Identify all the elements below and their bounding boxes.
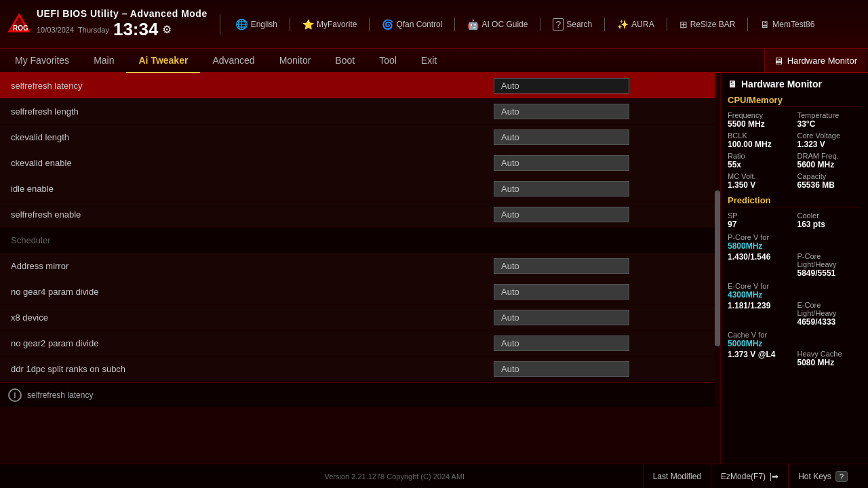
value-box: Auto: [494, 336, 629, 351]
resizebar-icon: ⊞: [679, 19, 688, 30]
nav-aioc-label: AI OC Guide: [481, 20, 528, 29]
value-box: Auto: [494, 78, 629, 94]
rog-logo-icon: ROG: [7, 12, 31, 37]
tabbar: My Favorites Main Ai Tweaker Advanced Mo…: [0, 49, 868, 73]
version-text: Version 2.21.1278 Copyright (C) 2024 AMI: [146, 472, 643, 481]
tab-advanced[interactable]: Advanced: [200, 49, 267, 73]
table-row[interactable]: ckevalid enable Auto: [0, 150, 715, 176]
table-row[interactable]: selfrefresh latency Auto: [0, 73, 715, 99]
ratio-block: Ratio 55x: [728, 152, 792, 169]
nav-qfan-label: Qfan Control: [396, 20, 442, 29]
question-icon: ?: [553, 18, 564, 30]
panel-title: 🖥 Hardware Monitor: [728, 79, 861, 89]
mc-volt-block: MC Volt. 1.350 V: [728, 172, 792, 190]
cache-v-value: 1.373 V @L4: [728, 350, 792, 359]
value-box: Auto: [494, 258, 629, 274]
cpu-memory-grid: Frequency 5500 MHz Temperature 33°C BCLK…: [728, 111, 861, 190]
cooler-block: Cooler 163 pts: [797, 211, 862, 229]
prediction-section: Prediction: [728, 195, 861, 207]
bclk-block: BCLK 100.00 MHz: [728, 131, 792, 149]
last-modified-button[interactable]: Last Modified: [643, 464, 711, 489]
row-value: Auto: [494, 129, 704, 145]
cache-v-val-block: 1.373 V @L4: [728, 350, 792, 367]
tab-myfavorites-label: My Favorites: [15, 55, 69, 66]
nav-search[interactable]: ? Search: [550, 17, 595, 32]
panel-title-label: Hardware Monitor: [741, 79, 822, 89]
tab-exit[interactable]: Exit: [409, 49, 449, 73]
nav-english[interactable]: 🌐 English: [233, 17, 280, 32]
monitor-icon: 🖥: [728, 79, 737, 89]
nav-div4: [540, 18, 540, 31]
nav-qfan[interactable]: 🌀 Qfan Control: [379, 18, 445, 31]
row-value: Auto: [494, 78, 704, 94]
table-row[interactable]: no gear4 param divide Auto: [0, 279, 715, 305]
hotkeys-button[interactable]: Hot Keys ?: [788, 464, 857, 489]
ratio-value: 55x: [728, 160, 792, 169]
capacity-block: Capacity 65536 MB: [797, 172, 862, 190]
row-label: selfrefresh length: [11, 106, 494, 117]
nav-myfavorite[interactable]: ⭐ MyFavorite: [300, 18, 359, 31]
hardware-monitor-label: Hardware Monitor: [787, 56, 857, 66]
info-icon: i: [8, 388, 22, 402]
nav-div7: [747, 18, 748, 31]
cache-v-block: Cache V for 5000MHz 1.373 V @L4 Heavy Ca…: [728, 331, 861, 367]
dram-freq-block: DRAM Freq. 5600 MHz: [797, 152, 862, 169]
scroll-thumb[interactable]: [715, 190, 720, 346]
table-row[interactable]: ckevalid length Auto: [0, 125, 715, 150]
table-row[interactable]: ddr 1dpc split ranks on subch Auto: [0, 357, 715, 382]
nav-memtest[interactable]: 🖥 MemTest86: [757, 18, 817, 31]
nav-aioc[interactable]: 🤖 AI OC Guide: [465, 18, 530, 31]
tab-main[interactable]: Main: [81, 49, 126, 73]
info-text: selfrefresh latency: [27, 390, 93, 400]
row-label: ckevalid enable: [11, 158, 494, 168]
ecore-v-freq: 4300MHz: [728, 290, 861, 300]
row-label: idle enable: [11, 184, 494, 194]
row-value: Auto: [494, 155, 704, 171]
header-divider: [220, 14, 220, 35]
table-row[interactable]: x8 device Auto: [0, 305, 715, 331]
ezmode-button[interactable]: EzMode(F7) |➡: [711, 464, 788, 489]
table-row[interactable]: no gear2 param divide Auto: [0, 331, 715, 357]
nav-search-label: Search: [566, 20, 592, 29]
table-row[interactable]: selfrefresh enable Auto: [0, 202, 715, 228]
nav-div1: [290, 18, 290, 31]
tab-main-label: Main: [94, 55, 114, 66]
hardware-monitor-tab[interactable]: 🖥 Hardware Monitor: [764, 49, 865, 72]
header-title: UEFI BIOS Utility – Advanced Mode: [37, 8, 208, 19]
tab-aitweaker[interactable]: Ai Tweaker: [126, 49, 200, 73]
hotkeys-label: Hot Keys: [798, 472, 831, 481]
dram-freq-value: 5600 MHz: [797, 160, 862, 169]
capacity-value: 65536 MB: [797, 180, 862, 190]
prediction-grid: SP 97 Cooler 163 pts: [728, 211, 861, 229]
table-row[interactable]: idle enable Auto: [0, 176, 715, 202]
header-datetime-block: ROG UEFI BIOS Utility – Advanced Mode 10…: [7, 8, 208, 40]
tab-myfavorites[interactable]: My Favorites: [3, 49, 81, 73]
section-header-scheduler: Scheduler: [0, 228, 715, 253]
nav-resizebar[interactable]: ⊞ ReSize BAR: [677, 18, 738, 31]
pcore-v-value: 1.430/1.546: [728, 252, 792, 262]
table-row[interactable]: selfrefresh length Auto: [0, 99, 715, 125]
core-voltage-value: 1.323 V: [797, 140, 862, 149]
right-panel: 🖥 Hardware Monitor CPU/Memory Frequency …: [720, 73, 868, 464]
value-box: Auto: [494, 104, 629, 119]
scrollbar[interactable]: [715, 73, 720, 464]
tab-monitor[interactable]: Monitor: [267, 49, 323, 73]
content-wrapper: selfrefresh latency Auto selfrefresh len…: [0, 73, 715, 464]
ecore-v-block: E-Core V for 4300MHz 1.181/1.239 E-Core …: [728, 282, 861, 327]
settings-gear-icon[interactable]: ⚙: [162, 23, 172, 36]
tab-boot[interactable]: Boot: [323, 49, 367, 73]
tab-boot-label: Boot: [335, 55, 355, 66]
table-row[interactable]: Address mirror Auto: [0, 253, 715, 279]
monitor-screen-icon: 🖥: [773, 55, 783, 66]
question-key-icon: ?: [835, 471, 848, 482]
temperature-value: 33°C: [797, 119, 862, 129]
nav-div6: [667, 18, 667, 31]
tab-tool[interactable]: Tool: [367, 49, 409, 73]
aura-icon: ✨: [617, 19, 629, 30]
row-label: ckevalid length: [11, 132, 494, 142]
nav-aura[interactable]: ✨ AURA: [614, 18, 656, 31]
sp-block: SP 97: [728, 211, 792, 229]
nav-div3: [454, 18, 455, 31]
svg-text:ROG: ROG: [13, 24, 28, 32]
ecore-v-val-block: 1.181/1.239: [728, 301, 792, 327]
